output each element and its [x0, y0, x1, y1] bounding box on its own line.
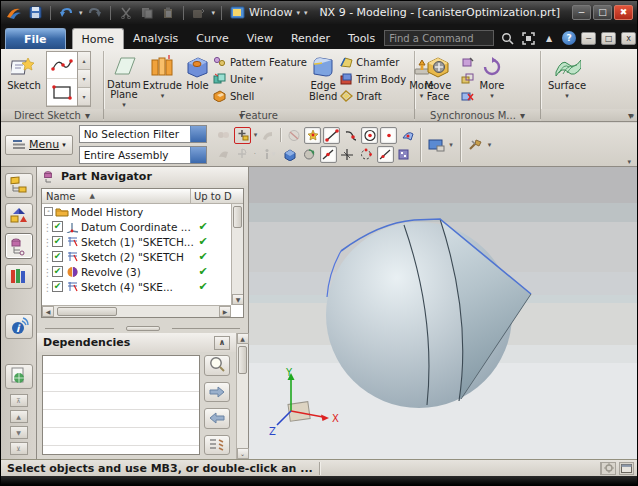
repeat-command-icon[interactable]: [190, 5, 208, 21]
hole-button[interactable]: Hole: [184, 51, 211, 109]
panel-vertical-scrollbar[interactable]: ▲ ⌄: [236, 333, 248, 459]
datum-plane-dropdown[interactable]: ▾: [122, 102, 126, 109]
quadrant-point-icon[interactable]: [358, 146, 375, 163]
scroll-left-arrow[interactable]: ◀: [42, 306, 54, 317]
maximize-button[interactable]: □: [593, 5, 612, 20]
cut-icon[interactable]: [117, 5, 135, 21]
show-snap-points-icon[interactable]: [396, 146, 413, 163]
synchronous-more-button[interactable]: More ▾: [476, 51, 508, 109]
column-name[interactable]: Name ▲: [42, 189, 191, 203]
hd3d-tools-tab[interactable]: i: [5, 314, 33, 339]
gallery-down-button[interactable]: ▾: [78, 70, 90, 88]
group-label-feature[interactable]: Feature ▾: [104, 109, 414, 121]
fullscreen-icon[interactable]: [520, 30, 536, 46]
group-dropdown-icon[interactable]: ▾: [520, 110, 525, 121]
undo-button[interactable]: [57, 5, 75, 21]
visibility-checkbox[interactable]: ✔: [52, 251, 63, 262]
visibility-checkbox[interactable]: ✔: [52, 236, 63, 247]
unite-button[interactable]: Unite ▾: [213, 72, 307, 86]
tree-item-model-history[interactable]: - Model History: [42, 204, 231, 219]
snap-point-icon[interactable]: [304, 127, 321, 144]
web-browser-tab[interactable]: [5, 364, 33, 389]
window-menu-icon[interactable]: [228, 5, 246, 21]
gallery-expand-button[interactable]: ▾: [78, 88, 90, 106]
point-on-curve-icon[interactable]: [342, 127, 359, 144]
selection-scope-combo[interactable]: Entire Assembly: [79, 146, 207, 164]
group-label-direct-sketch[interactable]: Direct Sketch ▾: [1, 109, 103, 121]
save-button[interactable]: [26, 5, 44, 21]
rectangle-icon[interactable]: [47, 79, 77, 106]
visibility-checkbox[interactable]: ✔: [52, 221, 63, 232]
pull-face-button[interactable]: [460, 55, 474, 69]
reuse-library-tab[interactable]: [5, 264, 33, 289]
unite-dropdown[interactable]: ▾: [259, 75, 263, 83]
tree-item-datum-csys[interactable]: ⋮ ✔ Datum Coordinate ... ✔: [42, 219, 231, 234]
edge-blend-button[interactable]: Edge Blend: [309, 51, 337, 109]
ribbon-overflow-arrow[interactable]: ▾: [630, 112, 634, 120]
dependencies-details-button[interactable]: [204, 435, 230, 456]
minimize-ribbon-chevron-icon[interactable]: ▲: [541, 30, 557, 46]
rotate-view-icon[interactable]: [301, 146, 318, 163]
collapse-panel-icon[interactable]: ∧: [214, 336, 230, 350]
gallery-up-button[interactable]: ▴: [78, 52, 90, 70]
scroll-to-bottom-button[interactable]: ⊻: [10, 442, 28, 455]
minimize-button[interactable]: −: [572, 5, 591, 20]
undo-dropdown-arrow[interactable]: ▾: [79, 9, 83, 17]
tab-curve[interactable]: Curve: [187, 28, 237, 49]
intersection-point-icon[interactable]: [339, 146, 356, 163]
draft-button[interactable]: Draft: [339, 89, 406, 103]
tab-analysis[interactable]: Analysis: [124, 28, 187, 49]
combo-dropdown-arrow[interactable]: [190, 147, 206, 163]
scroll-down-arrow[interactable]: ▼: [232, 294, 244, 305]
pattern-feature-button[interactable]: Pattern Feature: [213, 55, 307, 69]
help-icon[interactable]: ?: [562, 31, 576, 45]
interpolation-dropdown[interactable]: ▾: [258, 146, 280, 163]
chamfer-button[interactable]: Chamfer: [339, 55, 406, 69]
tree-horizontal-scrollbar[interactable]: ◀ ▶: [42, 305, 231, 317]
window-dropdown-arrow[interactable]: ▾: [296, 9, 300, 17]
part-navigator-tab[interactable]: [5, 233, 33, 258]
repeat-dropdown-arrow[interactable]: ▾: [212, 9, 216, 17]
point-on-face-icon[interactable]: [399, 127, 416, 144]
surface-button[interactable]: Surface ▾: [544, 51, 590, 109]
find-command-input[interactable]: [384, 30, 494, 46]
mid-point-icon[interactable]: [320, 146, 337, 163]
panel-splitter[interactable]: [37, 323, 248, 333]
scroll-down-arrow[interactable]: ⌄: [237, 448, 249, 459]
combo-dropdown-arrow[interactable]: [190, 126, 206, 142]
scroll-right-arrow[interactable]: ▶: [219, 306, 231, 317]
tab-render[interactable]: Render: [282, 28, 339, 49]
gear-icon[interactable]: [601, 462, 616, 475]
dependencies-list[interactable]: [42, 355, 200, 455]
collapse-expander-icon[interactable]: -: [44, 207, 53, 216]
document-restore-button[interactable]: □: [601, 32, 616, 45]
tree-item-sketch-2[interactable]: ⋮ ✔ Sketch (2) "SKETCH ✔: [42, 249, 231, 264]
tab-view[interactable]: View: [238, 28, 282, 49]
offset-region-button[interactable]: [460, 72, 474, 86]
tree-item-revolve[interactable]: ⋮ ✔ Revolve (3) ✔: [42, 264, 231, 279]
document-minimize-button[interactable]: −: [581, 32, 596, 45]
window-menu-label[interactable]: Window: [249, 6, 292, 19]
work-plane-cube-icon[interactable]: [282, 146, 299, 163]
dependencies-search-button[interactable]: [204, 355, 230, 376]
scrollbar-thumb[interactable]: [238, 346, 247, 374]
point-on-line-icon[interactable]: [377, 146, 394, 163]
tab-file[interactable]: File: [5, 28, 66, 49]
shell-button[interactable]: Shell: [213, 89, 307, 103]
selection-toolbar-overflow[interactable]: ▾: [627, 158, 633, 166]
tree-item-sketch-4[interactable]: ⋮ ✔ Sketch (4) "SKE... ✔: [42, 279, 231, 294]
assembly-navigator-tab[interactable]: [5, 173, 33, 198]
document-close-button[interactable]: x: [621, 32, 636, 45]
visibility-checkbox[interactable]: ✔: [52, 266, 63, 277]
copy-icon[interactable]: [138, 5, 156, 21]
studio-spline-icon[interactable]: [47, 52, 77, 79]
search-icon[interactable]: [499, 30, 515, 46]
window-icon[interactable]: [619, 462, 634, 475]
trim-body-button[interactable]: Trim Body: [339, 72, 406, 86]
end-point-icon[interactable]: [323, 127, 340, 144]
redo-button[interactable]: [86, 5, 104, 21]
group-dropdown-icon[interactable]: ▾: [85, 110, 90, 121]
scroll-down-button[interactable]: ▼: [10, 426, 28, 439]
menu-button[interactable]: Menu ▾: [5, 135, 73, 155]
arc-center-icon[interactable]: [361, 127, 378, 144]
